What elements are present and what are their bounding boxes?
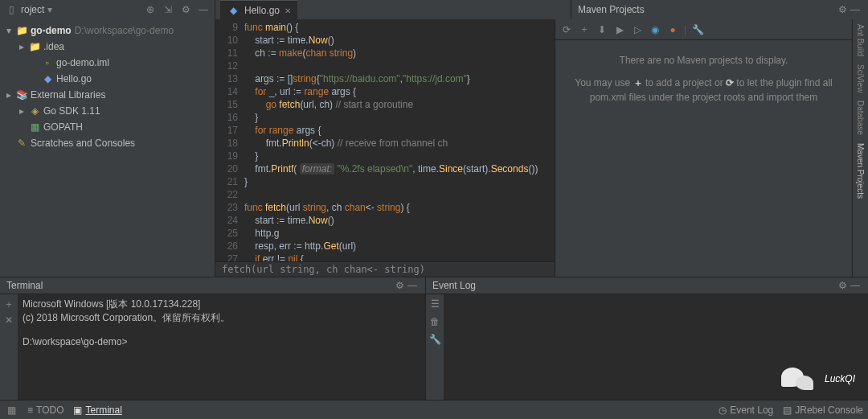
chevron-down-icon: ▾	[47, 4, 52, 15]
terminal-output[interactable]: Microsoft Windows [版本 10.0.17134.228] (c…	[18, 294, 235, 400]
play-icon[interactable]: ▶	[613, 23, 626, 36]
tree-row[interactable]: ▸📁.idea	[0, 39, 215, 55]
gofile-icon: ◆	[227, 4, 240, 17]
tree-row[interactable]: ◆Hello.go	[0, 71, 215, 87]
trash-icon[interactable]: 🗑	[428, 315, 441, 328]
project-label: roject	[21, 4, 44, 15]
right-tool-stripe: Ant Build SciView Database Maven Project…	[852, 19, 868, 277]
tree-row[interactable]: ▸📚External Libraries	[0, 87, 215, 103]
right-tab-maven[interactable]: Maven Projects	[856, 143, 865, 199]
gear-icon[interactable]: ⚙	[836, 279, 849, 292]
tree-row[interactable]: ▦GOPATH	[0, 119, 215, 135]
tree-row[interactable]: ▸◈Go SDK 1.11	[0, 103, 215, 119]
code-editor[interactable]: 9func main() {10 start := time.Now()11 c…	[215, 19, 555, 277]
gear-icon[interactable]: ⚙	[836, 3, 849, 16]
maven-panel: ⟳ ＋ ⬇ ▶ ▷ ◉ ● | 🔧 There are no Maven pro…	[555, 19, 852, 277]
plus-icon[interactable]: ＋	[578, 23, 591, 36]
toggle-icon[interactable]: ◉	[649, 23, 661, 36]
tree-row[interactable]: ▾📁go-demo D:\workspace\go-demo	[0, 23, 215, 39]
folder-icon: ▯	[5, 3, 18, 16]
editor-tab-hello[interactable]: ◆ Hello.go ✕	[220, 0, 297, 19]
hide-icon[interactable]: ―	[406, 279, 419, 292]
download-icon[interactable]: ⬇	[596, 23, 608, 36]
target-icon[interactable]: ⊕	[144, 3, 157, 16]
terminal-title: Terminal	[6, 280, 393, 291]
hide-icon[interactable]: ―	[849, 3, 862, 16]
terminal-panel: Terminal ⚙ ― ＋ ✕ Microsoft Windows [版本 1…	[0, 277, 426, 400]
editor-breadcrumb[interactable]: fetch(url string, ch chan<- string)	[215, 261, 555, 277]
maven-empty-text: There are no Maven projects to display.	[563, 55, 844, 66]
project-tool-header[interactable]: ▯ roject ▾	[5, 3, 144, 16]
status-jrebel[interactable]: ▤ JRebel Console	[783, 405, 863, 416]
gear-icon[interactable]: ⚙	[393, 279, 406, 292]
close-icon[interactable]: ✕	[285, 6, 291, 15]
maven-hint: You may use ＋ to add a project or ⟳ to l…	[563, 76, 844, 105]
gear-icon[interactable]: ⚙	[179, 3, 192, 16]
right-tab-ant[interactable]: Ant Build	[856, 24, 865, 56]
tree-row[interactable]: ✎Scratches and Consoles	[0, 135, 215, 151]
tree-row[interactable]: ▫go-demo.iml	[0, 55, 215, 71]
top-toolbar: ▯ roject ▾ ⊕ ⇲ ⚙ ― ◆ Hello.go ✕ Maven Pr…	[0, 0, 868, 19]
wrench-icon[interactable]: 🔧	[691, 23, 704, 36]
right-tab-database[interactable]: Database	[856, 101, 865, 135]
run-config-icon[interactable]: ▷	[631, 23, 644, 36]
right-tab-sciview[interactable]: SciView	[856, 64, 865, 92]
filter-icon[interactable]: ☰	[428, 298, 441, 310]
collapse-icon[interactable]: ⇲	[162, 3, 174, 16]
plus-icon[interactable]: ＋	[2, 298, 15, 310]
close-icon[interactable]: ✕	[2, 314, 15, 327]
status-bar: ▦ ≡ TODO ▣ Terminal ◷ Event Log ▤ JRebel…	[0, 400, 868, 419]
status-terminal[interactable]: ▣ Terminal	[73, 405, 121, 416]
status-todo[interactable]: ≡ TODO	[27, 405, 63, 416]
maven-toolbar: ⟳ ＋ ⬇ ▶ ▷ ◉ ● | 🔧	[555, 19, 852, 40]
refresh-icon[interactable]: ⟳	[560, 23, 573, 36]
offline-icon[interactable]: ●	[666, 23, 679, 36]
status-eventlog[interactable]: ◷ Event Log	[719, 405, 773, 416]
hide-icon[interactable]: ―	[197, 3, 210, 16]
show-tools-icon[interactable]: ▦	[5, 404, 18, 417]
wrench-icon[interactable]: 🔧	[428, 333, 441, 346]
project-tree: ▾📁go-demo D:\workspace\go-demo▸📁.idea▫go…	[0, 19, 215, 277]
tab-label: Hello.go	[244, 5, 280, 16]
hide-icon[interactable]: ―	[849, 279, 862, 292]
eventlog-title: Event Log	[432, 280, 836, 291]
eventlog-panel: Event Log ⚙ ― ☰ 🗑 🔧	[426, 277, 868, 400]
eventlog-body	[444, 294, 868, 400]
maven-title: Maven Projects	[578, 4, 836, 15]
